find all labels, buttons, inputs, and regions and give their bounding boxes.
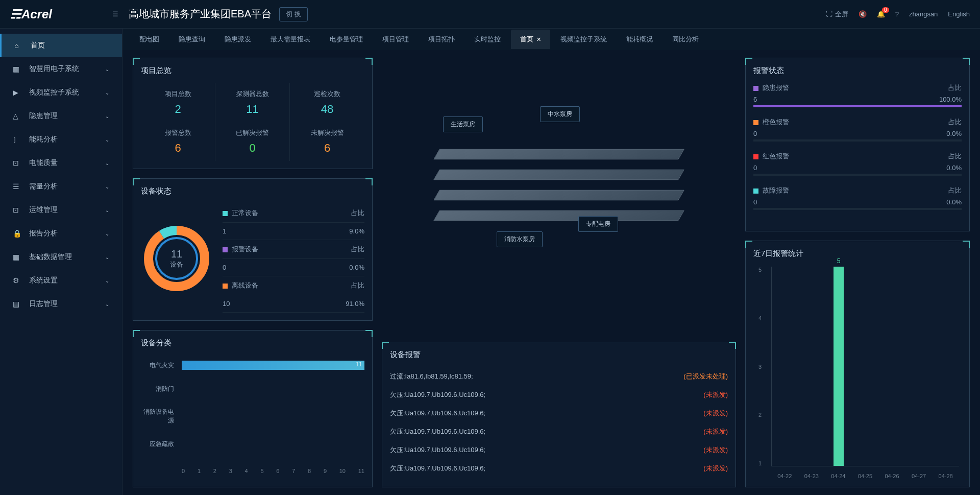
chevron-down-icon: ⌄ — [105, 113, 109, 119]
tab[interactable]: 能耗概况 — [617, 30, 662, 49]
tab[interactable]: 配电图 — [130, 30, 168, 49]
alarm-row[interactable]: 欠压:Ua109.7,Ub109.6,Uc109.6;(未派发) — [390, 404, 728, 422]
sidebar-item[interactable]: ⊡运维管理⌄ — [0, 198, 122, 222]
overview-cell: 已解决报警0 — [215, 122, 290, 161]
status-row: 报警设备占比 — [223, 240, 364, 259]
device-status-panel: 设备状态 11设备 正常设备占比19.0%报警设备占比00.0%离线设备占比1 — [133, 178, 373, 321]
nav-label: 系统设置 — [29, 276, 58, 285]
username[interactable]: zhangsan — [909, 10, 938, 18]
nav-icon: ☰ — [13, 182, 23, 191]
panel-title: 近7日报警统计 — [753, 249, 962, 258]
nav-icon: ⌂ — [14, 41, 24, 50]
language-switch[interactable]: English — [948, 10, 970, 18]
nav-icon: ⚙ — [13, 276, 23, 285]
switch-button[interactable]: 切 换 — [279, 7, 308, 21]
chevron-down-icon: ⌄ — [105, 254, 109, 260]
nav-label: 电能质量 — [29, 158, 58, 168]
alarm-row[interactable]: 过流:Ia81.6,Ib81.59,Ic81.59;(已派发未处理) — [390, 367, 728, 386]
alarm-row[interactable]: 欠压:Ua109.7,Ub109.6,Uc109.6;(未派发) — [390, 459, 728, 478]
nav-label: 首页 — [31, 41, 45, 50]
panel-title: 报警状态 — [753, 66, 962, 76]
chevron-down-icon: ⌄ — [105, 66, 109, 72]
status-row: 正常设备占比 — [223, 204, 364, 223]
tab[interactable]: 视频监控子系统 — [551, 30, 616, 49]
map-marker[interactable]: 生活泵房 — [443, 116, 483, 132]
tab[interactable]: 项目管理 — [373, 30, 418, 49]
sidebar-item[interactable]: ▥智慧用电子系统⌄ — [0, 57, 122, 81]
nav-icon: △ — [13, 112, 23, 120]
bar-row: 电气火灾11 — [141, 361, 364, 370]
nav-label: 隐患管理 — [29, 111, 58, 121]
tab[interactable]: 隐患查询 — [169, 30, 214, 49]
nav-label: 视频监控子系统 — [29, 88, 79, 97]
chevron-down-icon: ⌄ — [105, 231, 109, 237]
fullscreen-button[interactable]: ⛶全屏 — [826, 10, 848, 19]
alarm-row[interactable]: 欠压:Ua109.7,Ub109.6,Uc109.6;(未派发) — [390, 441, 728, 459]
device-donut-chart: 11设备 — [141, 223, 212, 294]
overview-cell: 未解决报警6 — [290, 122, 364, 161]
tab-bar: 配电图隐患查询隐患派发最大需量报表电参量管理项目管理项目拓扑实时监控首页✕视频监… — [122, 29, 980, 50]
sidebar-item[interactable]: ▦基础数据管理⌄ — [0, 245, 122, 269]
chevron-down-icon: ⌄ — [105, 184, 109, 190]
sidebar-item[interactable]: ⌂首页 — [0, 34, 122, 57]
weekly-alarm-panel: 近7日报警统计 12345 5 04-2204-2304-2404-2504-2… — [745, 241, 970, 487]
nav-icon: ⫿ — [13, 135, 23, 144]
nav-icon: ▥ — [13, 65, 23, 73]
sidebar-item[interactable]: △隐患管理⌄ — [0, 104, 122, 128]
sidebar-item[interactable]: ⫿能耗分析⌄ — [0, 128, 122, 151]
alarm-row[interactable]: 欠压:Ua109.7,Ub109.6,Uc109.6;(未派发) — [390, 386, 728, 404]
chevron-down-icon: ⌄ — [105, 90, 109, 96]
close-icon[interactable]: ✕ — [536, 36, 541, 42]
bar-row: 消防设备电源 — [141, 408, 364, 425]
tab[interactable]: 电参量管理 — [321, 30, 372, 49]
chevron-down-icon: ⌄ — [105, 278, 109, 284]
nav-icon: ▶ — [13, 88, 23, 97]
nav-label: 需量分析 — [29, 182, 58, 191]
brand-logo: ☴Acrel — [10, 7, 112, 21]
sidebar-item[interactable]: 🔒报告分析⌄ — [0, 222, 122, 245]
weekly-bar-chart: 5 — [771, 267, 959, 466]
bar-row: 消防门 — [141, 384, 364, 393]
overview-cell: 报警总数6 — [141, 122, 215, 161]
volume-icon[interactable]: 🔇 — [859, 10, 867, 18]
alarm-category: 隐患报警占比6100.0% — [753, 83, 962, 107]
overview-cell: 探测器总数11 — [215, 83, 290, 122]
nav-icon: ⊡ — [13, 159, 23, 167]
category-bar-chart: 电气火灾11消防门消防设备电源应急疏散 — [141, 356, 364, 468]
overview-cell: 项目总数2 — [141, 83, 215, 122]
tab[interactable]: 首页✕ — [511, 30, 550, 49]
sidebar-item[interactable]: ▤日志管理⌄ — [0, 292, 122, 316]
menu-toggle-icon[interactable]: ☰ — [112, 10, 118, 18]
nav-icon: ▦ — [13, 253, 23, 261]
nav-icon: 🔒 — [13, 229, 23, 238]
overview-cell: 巡检次数48 — [290, 83, 364, 122]
nav-label: 智慧用电子系统 — [29, 64, 79, 74]
tab[interactable]: 隐患派发 — [215, 30, 260, 49]
sidebar: ⌂首页▥智慧用电子系统⌄▶视频监控子系统⌄△隐患管理⌄⫿能耗分析⌄⊡电能质量⌄☰… — [0, 29, 122, 495]
building-3d-view[interactable]: 生活泵房中水泵房消防水泵房专配电房 — [382, 58, 736, 333]
alarm-category: 故障报警占比00.0% — [753, 186, 962, 210]
map-marker[interactable]: 中水泵房 — [540, 106, 580, 122]
sidebar-item[interactable]: ⊡电能质量⌄ — [0, 151, 122, 175]
nav-icon: ⊡ — [13, 206, 23, 214]
tab[interactable]: 同比分析 — [663, 30, 708, 49]
help-icon[interactable]: ? — [895, 10, 899, 18]
nav-label: 基础数据管理 — [29, 252, 72, 262]
panel-title: 设备报警 — [390, 350, 728, 360]
notification-icon[interactable]: 🔔0 — [877, 10, 885, 18]
sidebar-item[interactable]: ☰需量分析⌄ — [0, 175, 122, 198]
alarm-row[interactable]: 欠压:Ua109.7,Ub109.6,Uc109.6;(未派发) — [390, 422, 728, 441]
map-marker[interactable]: 专配电房 — [578, 216, 618, 232]
tab[interactable]: 项目拓扑 — [419, 30, 464, 49]
nav-label: 报告分析 — [29, 229, 58, 238]
panel-title: 设备状态 — [141, 186, 364, 196]
sidebar-item[interactable]: ⚙系统设置⌄ — [0, 269, 122, 292]
tab[interactable]: 最大需量报表 — [261, 30, 320, 49]
chevron-down-icon: ⌄ — [105, 301, 109, 307]
week-bar: 5 — [834, 267, 844, 466]
map-marker[interactable]: 消防水泵房 — [497, 231, 543, 247]
project-overview-panel: 项目总览 项目总数2探测器总数11巡检次数48报警总数6已解决报警0未解决报警6 — [133, 58, 373, 169]
sidebar-item[interactable]: ▶视频监控子系统⌄ — [0, 81, 122, 104]
tab[interactable]: 实时监控 — [465, 30, 510, 49]
panel-title: 项目总览 — [141, 66, 364, 76]
